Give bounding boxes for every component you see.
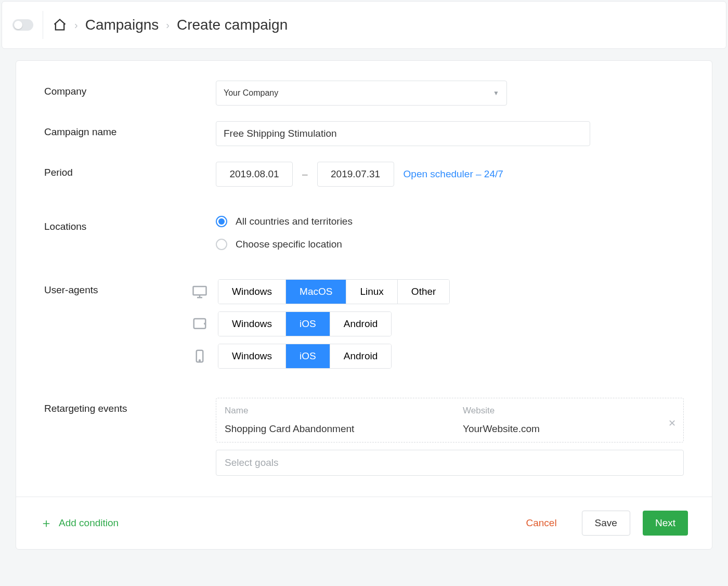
ua-tablet-row: Windows iOS Android xyxy=(191,311,684,336)
period-label: Period xyxy=(44,162,216,178)
ua-desktop-windows[interactable]: Windows xyxy=(218,280,286,304)
ua-mobile-windows[interactable]: Windows xyxy=(218,344,286,368)
home-icon[interactable] xyxy=(53,18,67,32)
remove-event-icon[interactable]: ✕ xyxy=(668,419,676,428)
svg-rect-1 xyxy=(194,319,206,329)
period-end-input[interactable]: 2019.07.31 xyxy=(317,162,394,187)
event-website-value: YourWebsite.com xyxy=(463,423,675,435)
ua-mobile-android[interactable]: Android xyxy=(330,344,392,368)
period-start-input[interactable]: 2019.08.01 xyxy=(216,162,293,187)
breadcrumb-level2: Create campaign xyxy=(177,17,288,33)
next-button[interactable]: Next xyxy=(643,511,688,536)
chevron-right-icon: › xyxy=(74,19,78,31)
ua-mobile-row: Windows iOS Android xyxy=(191,344,684,369)
toggle-switch[interactable] xyxy=(12,19,33,31)
breadcrumb-level1[interactable]: Campaigns xyxy=(85,17,159,33)
ua-desktop-segments: Windows MacOS Linux Other xyxy=(218,279,450,304)
add-condition-button[interactable]: ＋ Add condition xyxy=(40,515,119,531)
caret-down-icon: ▼ xyxy=(493,89,499,97)
svg-point-2 xyxy=(204,323,205,324)
save-button[interactable]: Save xyxy=(582,511,630,536)
period-dash: – xyxy=(302,168,308,180)
mobile-icon xyxy=(191,348,209,364)
retargeting-event-row: Name Shopping Card Abandonment Website Y… xyxy=(216,398,684,442)
chevron-right-icon: › xyxy=(166,19,170,31)
ua-desktop-macos[interactable]: MacOS xyxy=(286,280,346,304)
topbar: › Campaigns › Create campaign xyxy=(2,1,726,49)
event-header-website: Website xyxy=(463,406,675,416)
company-select-value: Your Company xyxy=(224,88,278,98)
locations-option-specific[interactable]: Choose specific location xyxy=(216,239,684,250)
campaign-name-input[interactable]: Free Shipping Stimulation xyxy=(216,121,590,146)
user-agents-label: User-agents xyxy=(44,279,191,296)
ua-tablet-segments: Windows iOS Android xyxy=(218,311,392,336)
ua-tablet-windows[interactable]: Windows xyxy=(218,312,286,336)
cancel-button[interactable]: Cancel xyxy=(513,511,569,536)
ua-desktop-row: Windows MacOS Linux Other xyxy=(191,279,684,304)
ua-mobile-ios[interactable]: iOS xyxy=(286,344,330,368)
company-label: Company xyxy=(44,81,216,97)
breadcrumb: › Campaigns › Create campaign xyxy=(53,17,288,33)
radio-icon xyxy=(216,239,227,250)
svg-point-4 xyxy=(199,360,200,361)
retargeting-label: Retargeting events xyxy=(44,398,216,414)
plus-icon: ＋ xyxy=(40,515,53,531)
goals-select[interactable]: Select goals xyxy=(216,450,684,476)
ua-tablet-android[interactable]: Android xyxy=(330,312,392,336)
form-panel: Company Your Company ▼ Campaign name Fre… xyxy=(16,60,712,550)
svg-rect-0 xyxy=(193,287,206,295)
scheduler-link[interactable]: Open scheduler – 24/7 xyxy=(404,168,503,180)
event-header-name: Name xyxy=(225,406,446,416)
ua-desktop-linux[interactable]: Linux xyxy=(346,280,397,304)
locations-label: Locations xyxy=(44,216,216,232)
ua-tablet-ios[interactable]: iOS xyxy=(286,312,330,336)
radio-icon xyxy=(216,216,227,227)
ua-desktop-other[interactable]: Other xyxy=(398,280,450,304)
campaign-name-value: Free Shipping Stimulation xyxy=(224,128,337,139)
divider xyxy=(43,11,43,39)
form-footer: ＋ Add condition Cancel Save Next xyxy=(16,497,712,549)
ua-mobile-segments: Windows iOS Android xyxy=(218,344,392,369)
tablet-icon xyxy=(191,316,209,332)
locations-option-all[interactable]: All countries and territories xyxy=(216,216,684,227)
desktop-icon xyxy=(191,284,209,299)
campaign-name-label: Campaign name xyxy=(44,121,216,138)
event-name-value: Shopping Card Abandonment xyxy=(225,423,446,435)
company-select[interactable]: Your Company ▼ xyxy=(216,81,507,106)
